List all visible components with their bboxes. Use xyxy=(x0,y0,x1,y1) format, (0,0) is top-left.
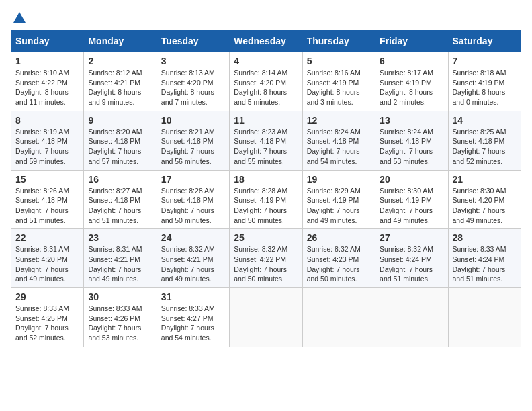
calendar-week-row: 15 Sunrise: 8:26 AM Sunset: 4:18 PM Dayl… xyxy=(11,170,521,229)
daylight-text: Daylight: 7 hours and 55 minutes. xyxy=(234,147,287,165)
sunrise-text: Sunrise: 8:23 AM xyxy=(234,128,287,136)
sunrise-text: Sunrise: 8:33 AM xyxy=(15,304,69,312)
sunrise-text: Sunrise: 8:14 AM xyxy=(234,68,287,77)
calendar-week-row: 8 Sunrise: 8:19 AM Sunset: 4:18 PM Dayli… xyxy=(11,111,521,170)
calendar-week-row: 22 Sunrise: 8:31 AM Sunset: 4:20 PM Dayl… xyxy=(11,229,521,288)
daylight-text: Daylight: 7 hours and 49 minutes. xyxy=(161,265,214,283)
daylight-text: Daylight: 7 hours and 49 minutes. xyxy=(307,206,360,224)
calendar-cell: 4 Sunrise: 8:14 AM Sunset: 4:20 PM Dayli… xyxy=(230,52,302,111)
sunrise-text: Sunrise: 8:33 AM xyxy=(161,304,215,312)
sunrise-text: Sunrise: 8:30 AM xyxy=(453,187,506,195)
logo-icon xyxy=(12,11,27,26)
cell-content: Sunrise: 8:23 AM Sunset: 4:18 PM Dayligh… xyxy=(234,127,298,167)
weekday-header-saturday: Saturday xyxy=(448,30,521,52)
calendar-cell: 11 Sunrise: 8:23 AM Sunset: 4:18 PM Dayl… xyxy=(230,111,302,170)
cell-content: Sunrise: 8:17 AM Sunset: 4:19 PM Dayligh… xyxy=(380,68,443,107)
sunset-text: Sunset: 4:26 PM xyxy=(88,314,140,322)
cell-content: Sunrise: 8:13 AM Sunset: 4:20 PM Dayligh… xyxy=(161,68,225,107)
calendar-cell: 23 Sunrise: 8:31 AM Sunset: 4:21 PM Dayl… xyxy=(84,229,157,288)
sunrise-text: Sunrise: 8:24 AM xyxy=(380,128,433,136)
cell-content: Sunrise: 8:25 AM Sunset: 4:18 PM Dayligh… xyxy=(453,127,517,167)
weekday-header-monday: Monday xyxy=(84,30,157,52)
cell-content: Sunrise: 8:27 AM Sunset: 4:18 PM Dayligh… xyxy=(88,186,152,226)
weekday-header-row: SundayMondayTuesdayWednesdayThursdayFrid… xyxy=(11,30,521,52)
sunset-text: Sunset: 4:18 PM xyxy=(88,137,140,145)
calendar-cell: 26 Sunrise: 8:32 AM Sunset: 4:23 PM Dayl… xyxy=(302,229,375,288)
weekday-header-sunday: Sunday xyxy=(11,30,84,52)
calendar-cell: 30 Sunrise: 8:33 AM Sunset: 4:26 PM Dayl… xyxy=(84,288,157,347)
sunset-text: Sunset: 4:18 PM xyxy=(234,137,286,145)
sunrise-text: Sunrise: 8:12 AM xyxy=(88,68,142,77)
calendar-cell: 14 Sunrise: 8:25 AM Sunset: 4:18 PM Dayl… xyxy=(448,111,521,170)
daylight-text: Daylight: 7 hours and 52 minutes. xyxy=(15,324,69,342)
sunset-text: Sunset: 4:19 PM xyxy=(234,196,286,204)
daylight-text: Daylight: 8 hours and 11 minutes. xyxy=(15,88,69,106)
daylight-text: Daylight: 7 hours and 51 minutes. xyxy=(453,265,506,283)
calendar-cell: 28 Sunrise: 8:33 AM Sunset: 4:24 PM Dayl… xyxy=(448,229,521,288)
sunrise-text: Sunrise: 8:27 AM xyxy=(88,187,142,195)
daylight-text: Daylight: 8 hours and 3 minutes. xyxy=(307,88,360,106)
day-number: 13 xyxy=(380,115,443,126)
daylight-text: Daylight: 7 hours and 52 minutes. xyxy=(453,147,506,165)
calendar-cell: 9 Sunrise: 8:20 AM Sunset: 4:18 PM Dayli… xyxy=(84,111,157,170)
cell-content: Sunrise: 8:18 AM Sunset: 4:19 PM Dayligh… xyxy=(453,68,517,107)
daylight-text: Daylight: 8 hours and 2 minutes. xyxy=(380,88,433,106)
daylight-text: Daylight: 7 hours and 54 minutes. xyxy=(307,147,360,165)
cell-content: Sunrise: 8:32 AM Sunset: 4:23 PM Dayligh… xyxy=(307,244,371,284)
daylight-text: Daylight: 7 hours and 49 minutes. xyxy=(380,206,433,224)
sunset-text: Sunset: 4:18 PM xyxy=(380,137,432,145)
calendar-cell: 5 Sunrise: 8:16 AM Sunset: 4:19 PM Dayli… xyxy=(302,52,375,111)
cell-content: Sunrise: 8:10 AM Sunset: 4:22 PM Dayligh… xyxy=(15,68,79,107)
cell-content: Sunrise: 8:32 AM Sunset: 4:21 PM Dayligh… xyxy=(161,244,225,284)
cell-content: Sunrise: 8:32 AM Sunset: 4:22 PM Dayligh… xyxy=(234,244,298,284)
sunrise-text: Sunrise: 8:17 AM xyxy=(380,68,433,77)
cell-content: Sunrise: 8:19 AM Sunset: 4:18 PM Dayligh… xyxy=(15,127,79,167)
day-number: 5 xyxy=(307,56,371,66)
calendar-cell: 3 Sunrise: 8:13 AM Sunset: 4:20 PM Dayli… xyxy=(157,52,229,111)
daylight-text: Daylight: 7 hours and 50 minutes. xyxy=(234,206,287,224)
day-number: 18 xyxy=(234,174,298,185)
day-number: 15 xyxy=(15,174,79,185)
calendar-cell xyxy=(230,288,302,347)
sunset-text: Sunset: 4:24 PM xyxy=(380,255,432,263)
daylight-text: Daylight: 7 hours and 51 minutes. xyxy=(88,206,141,224)
sunrise-text: Sunrise: 8:29 AM xyxy=(307,187,361,195)
calendar-cell: 18 Sunrise: 8:28 AM Sunset: 4:19 PM Dayl… xyxy=(230,170,302,229)
calendar-cell: 24 Sunrise: 8:32 AM Sunset: 4:21 PM Dayl… xyxy=(157,229,229,288)
calendar-week-row: 1 Sunrise: 8:10 AM Sunset: 4:22 PM Dayli… xyxy=(11,52,521,111)
sunrise-text: Sunrise: 8:31 AM xyxy=(88,245,142,253)
day-number: 6 xyxy=(380,56,443,66)
cell-content: Sunrise: 8:32 AM Sunset: 4:24 PM Dayligh… xyxy=(380,244,443,284)
daylight-text: Daylight: 7 hours and 53 minutes. xyxy=(380,147,433,165)
day-number: 17 xyxy=(161,174,225,185)
sunset-text: Sunset: 4:21 PM xyxy=(161,255,214,263)
sunrise-text: Sunrise: 8:33 AM xyxy=(453,245,506,253)
calendar-cell: 22 Sunrise: 8:31 AM Sunset: 4:20 PM Dayl… xyxy=(11,229,84,288)
sunrise-text: Sunrise: 8:18 AM xyxy=(453,68,506,77)
sunset-text: Sunset: 4:20 PM xyxy=(15,255,68,263)
day-number: 20 xyxy=(380,174,443,185)
day-number: 24 xyxy=(161,232,225,243)
sunrise-text: Sunrise: 8:32 AM xyxy=(161,245,215,253)
calendar-cell: 29 Sunrise: 8:33 AM Sunset: 4:25 PM Dayl… xyxy=(11,288,84,347)
daylight-text: Daylight: 7 hours and 54 minutes. xyxy=(161,324,214,342)
calendar-cell: 12 Sunrise: 8:24 AM Sunset: 4:18 PM Dayl… xyxy=(302,111,375,170)
calendar-cell xyxy=(448,288,521,347)
sunset-text: Sunset: 4:27 PM xyxy=(161,314,214,322)
sunset-text: Sunset: 4:20 PM xyxy=(161,79,214,87)
calendar-cell: 25 Sunrise: 8:32 AM Sunset: 4:22 PM Dayl… xyxy=(230,229,302,288)
weekday-header-tuesday: Tuesday xyxy=(157,30,229,52)
day-number: 8 xyxy=(15,115,79,126)
cell-content: Sunrise: 8:24 AM Sunset: 4:18 PM Dayligh… xyxy=(307,127,371,167)
calendar-cell: 13 Sunrise: 8:24 AM Sunset: 4:18 PM Dayl… xyxy=(375,111,448,170)
weekday-header-thursday: Thursday xyxy=(302,30,375,52)
sunset-text: Sunset: 4:19 PM xyxy=(307,79,359,87)
sunrise-text: Sunrise: 8:31 AM xyxy=(15,245,69,253)
sunset-text: Sunset: 4:25 PM xyxy=(15,314,68,322)
day-number: 21 xyxy=(453,174,517,185)
daylight-text: Daylight: 7 hours and 51 minutes. xyxy=(380,265,433,283)
calendar-cell: 15 Sunrise: 8:26 AM Sunset: 4:18 PM Dayl… xyxy=(11,170,84,229)
daylight-text: Daylight: 7 hours and 49 minutes. xyxy=(453,206,506,224)
cell-content: Sunrise: 8:31 AM Sunset: 4:21 PM Dayligh… xyxy=(88,244,152,284)
sunrise-text: Sunrise: 8:25 AM xyxy=(453,128,506,136)
